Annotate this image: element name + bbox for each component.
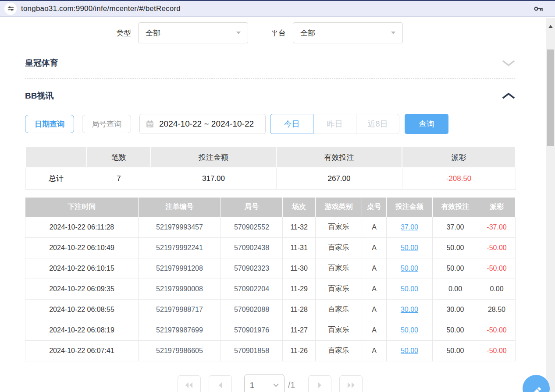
chevron-down-icon bbox=[273, 383, 279, 387]
chevron-up-icon[interactable] bbox=[502, 92, 515, 99]
page-select[interactable]: 1 bbox=[244, 374, 285, 392]
scrollbar[interactable] bbox=[546, 18, 555, 392]
last-page-button[interactable] bbox=[339, 375, 363, 392]
cell-table-no: A bbox=[362, 279, 387, 299]
bet-amount-link[interactable]: 50.00 bbox=[401, 265, 418, 272]
cell-game: 百家乐 bbox=[316, 340, 362, 361]
bet-amount-link[interactable]: 50.00 bbox=[401, 244, 418, 251]
quick-range-group: 今日 昨日 近8日 bbox=[270, 114, 399, 134]
cell-bet-no: 521979991208 bbox=[139, 258, 221, 279]
cell-round-no: 570902088 bbox=[221, 299, 283, 320]
date-query-button[interactable]: 日期查询 bbox=[25, 115, 74, 133]
cell-bet-no: 521979987699 bbox=[139, 320, 221, 340]
calendar-icon bbox=[146, 120, 154, 128]
date-range-input[interactable]: 2024-10-22 ~ 2024-10-22 bbox=[139, 114, 266, 134]
site-settings-icon[interactable] bbox=[4, 3, 17, 15]
divider bbox=[25, 78, 515, 79]
column-header: 局号 bbox=[221, 197, 283, 217]
cell-session: 11-27 bbox=[283, 320, 316, 340]
cell-session: 11-29 bbox=[283, 279, 316, 299]
cell-valid-bet: 30.00 bbox=[433, 299, 478, 320]
bet-amount-link[interactable]: 50.00 bbox=[401, 347, 418, 354]
cell-table-no: A bbox=[362, 237, 387, 258]
cell-session: 11-26 bbox=[283, 340, 316, 361]
prev-page-button[interactable] bbox=[209, 375, 232, 392]
cell-payout: -50.00 bbox=[478, 340, 516, 361]
cell-time: 2024-10-22 06:09:35 bbox=[25, 279, 139, 299]
table-row: 2024-10-22 06:07:41521979986605570901858… bbox=[25, 340, 516, 361]
cell-valid-bet: 50.00 bbox=[433, 237, 478, 258]
summary-valid-bet-value: 267.00 bbox=[276, 168, 402, 189]
bet-amount-link[interactable]: 37.00 bbox=[401, 223, 418, 231]
cell-bet-amount: 50.00 bbox=[387, 258, 433, 279]
table-row: 2024-10-22 06:09:35521979990008570902204… bbox=[25, 279, 516, 299]
summary-table: 笔数 投注金额 有效投注 派彩 总计 7 317.00 267.00 -208.… bbox=[25, 146, 516, 190]
pencil-icon bbox=[529, 385, 543, 392]
table-row: 2024-10-22 06:10:49521979992241570902438… bbox=[25, 237, 516, 258]
pagination: 1 /1 bbox=[25, 374, 515, 392]
today-button[interactable]: 今日 bbox=[270, 114, 313, 134]
cell-session: 11-31 bbox=[283, 237, 316, 258]
section-title-crown-sports: 皇冠体育 bbox=[25, 57, 58, 69]
bet-amount-link[interactable]: 50.00 bbox=[401, 326, 418, 334]
last8days-button[interactable]: 近8日 bbox=[356, 114, 399, 134]
bet-record-table: 下注时间注单编号局号场次游戏类别桌号投注金额有效投注派彩 2024-10-22 … bbox=[25, 197, 516, 361]
cell-table-no: A bbox=[362, 320, 387, 340]
cell-session: 11-28 bbox=[283, 299, 316, 320]
column-header: 桌号 bbox=[362, 197, 387, 217]
cell-round-no: 570902323 bbox=[221, 258, 283, 279]
cell-session: 11-32 bbox=[283, 217, 316, 237]
bet-amount-link[interactable]: 50.00 bbox=[401, 285, 418, 293]
bet-amount-link[interactable]: 30.00 bbox=[401, 306, 418, 313]
scroll-up-arrow[interactable] bbox=[548, 25, 553, 28]
chevron-down-icon[interactable] bbox=[502, 60, 515, 67]
next-page-button[interactable] bbox=[308, 375, 331, 392]
summary-total-row: 总计 7 317.00 267.00 -208.50 bbox=[25, 168, 516, 189]
platform-filter-label: 平台 bbox=[271, 28, 286, 38]
cell-bet-amount: 50.00 bbox=[387, 237, 433, 258]
scrollbar-thumb[interactable] bbox=[547, 49, 554, 146]
right-arrow-icon bbox=[317, 382, 323, 388]
cell-table-no: A bbox=[362, 299, 387, 320]
column-header: 游戏类别 bbox=[316, 197, 362, 217]
cell-bet-no: 521979993457 bbox=[139, 217, 221, 237]
type-filter-label: 类型 bbox=[116, 28, 131, 38]
bet-record-page: 类型 全部 平台 全部 皇冠体育 BB视讯 日期查询 局号查询 bbox=[25, 17, 515, 392]
search-button[interactable]: 查询 bbox=[405, 114, 448, 134]
cell-bet-no: 521979988717 bbox=[139, 299, 221, 320]
cell-round-no: 570902438 bbox=[221, 237, 283, 258]
url-text[interactable]: tongbao31.com:9900/infe/mcenter/#/betRec… bbox=[21, 4, 533, 13]
cell-bet-no: 521979990008 bbox=[139, 279, 221, 299]
cell-bet-amount: 50.00 bbox=[387, 320, 433, 340]
first-page-button[interactable] bbox=[178, 375, 201, 392]
table-row: 2024-10-22 06:10:15521979991208570902323… bbox=[25, 258, 516, 279]
yesterday-button[interactable]: 昨日 bbox=[313, 114, 356, 134]
platform-filter-select[interactable]: 全部 bbox=[293, 22, 403, 43]
date-range-value: 2024-10-22 ~ 2024-10-22 bbox=[159, 119, 254, 129]
cell-game: 百家乐 bbox=[316, 299, 362, 320]
section-crown-sports[interactable]: 皇冠体育 bbox=[25, 53, 515, 73]
cell-table-no: A bbox=[362, 217, 387, 237]
summary-bet-amount-value: 317.00 bbox=[151, 168, 276, 189]
table-row: 2024-10-22 06:08:19521979987699570901976… bbox=[25, 320, 516, 340]
caret-down-icon bbox=[236, 32, 241, 34]
browser-address-bar[interactable]: tongbao31.com:9900/infe/mcenter/#/betRec… bbox=[0, 0, 555, 17]
type-filter-select[interactable]: 全部 bbox=[138, 22, 248, 43]
round-query-button[interactable]: 局号查询 bbox=[82, 115, 131, 133]
section-bb-video[interactable]: BB视讯 bbox=[25, 86, 515, 106]
cell-game: 百家乐 bbox=[316, 320, 362, 340]
cell-time: 2024-10-22 06:08:19 bbox=[25, 320, 139, 340]
summary-header-valid-bet: 有效投注 bbox=[276, 147, 402, 168]
cell-bet-no: 521979986605 bbox=[139, 340, 221, 361]
summary-payout-value: -208.50 bbox=[402, 168, 516, 189]
summary-header-bet-amount: 投注金额 bbox=[151, 147, 276, 168]
summary-header-payout: 派彩 bbox=[402, 147, 516, 168]
left-arrow-icon bbox=[217, 382, 223, 388]
query-toolbar: 日期查询 局号查询 2024-10-22 ~ 2024-10-22 今日 昨日 … bbox=[25, 114, 515, 134]
cell-time: 2024-10-22 06:08:55 bbox=[25, 299, 139, 320]
bet-table-head-row: 下注时间注单编号局号场次游戏类别桌号投注金额有效投注派彩 bbox=[25, 197, 516, 217]
password-key-icon[interactable] bbox=[533, 4, 544, 14]
floating-chat-button[interactable] bbox=[523, 375, 550, 392]
cell-table-no: A bbox=[362, 340, 387, 361]
cell-round-no: 570901858 bbox=[221, 340, 283, 361]
